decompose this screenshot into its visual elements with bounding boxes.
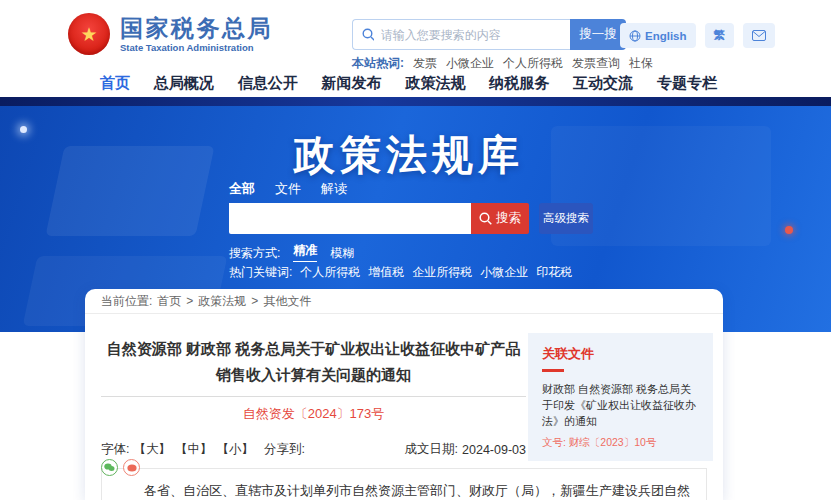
breadcrumb: 当前位置: 首页 > 政策法规 > 其他文件 [85,289,723,314]
publish-date-label: 成文日期: [405,441,458,458]
breadcrumb-current: 其他文件 [263,293,311,310]
nav-item-policy[interactable]: 政策法规 [405,74,465,93]
english-button[interactable]: English [620,23,696,48]
content-card: 当前位置: 首页 > 政策法规 > 其他文件 自然资源部 财政部 税务总局关于矿… [85,289,723,500]
breadcrumb-policy[interactable]: 政策法规 [198,293,246,310]
related-doc-no-label: 文号: [542,436,566,448]
article-body: 各省、自治区、直辖市及计划单列市自然资源主管部门、财政厅（局），新疆生产建设兵团… [101,468,707,500]
site-header: ★ 国家税务总局 State Taxation Administration 搜… [0,0,831,70]
nav-item-special[interactable]: 专题专栏 [657,74,717,93]
keyword-link[interactable]: 个人所得税 [300,264,360,281]
document-number: 自然资发〔2024〕173号 [101,405,526,423]
nav-item-tax-service[interactable]: 纳税服务 [489,74,549,93]
keyword-link[interactable]: 印花税 [536,264,572,281]
header-search-button[interactable]: 搜一搜 [570,19,626,50]
banner-decoration [45,146,214,236]
tab-interpretation[interactable]: 解读 [321,180,347,205]
article-meta-row: 字体: 【大】 【中】 【小】 分享到: 成文日期: 2024-09-03 [101,441,526,458]
mail-button[interactable] [743,23,775,48]
header-utility-buttons: English 繁 [620,23,775,48]
tab-documents[interactable]: 文件 [275,180,301,205]
nav-item-news[interactable]: 新闻发布 [322,74,382,93]
traditional-chinese-button[interactable]: 繁 [705,23,735,48]
font-medium-button[interactable]: 【中】 [175,441,213,458]
related-title-underline [542,369,564,372]
main-nav: 首页 总局概况 信息公开 新闻发布 政策法规 纳税服务 互动交流 专题专栏 [0,70,831,97]
site-title: 国家税务总局 [120,16,273,40]
banner-tabs: 全部 文件 解读 [229,180,347,205]
related-files-title: 关联文件 [542,345,699,363]
share-icons [101,459,140,476]
nav-item-home[interactable]: 首页 [100,74,130,93]
font-size-label: 字体: [101,441,129,458]
banner-search-input[interactable] [229,203,471,234]
banner-light-dot [20,126,27,133]
keyword-link[interactable]: 小微企业 [480,264,528,281]
nav-item-interaction[interactable]: 互动交流 [573,74,633,93]
keyword-link[interactable]: 增值税 [368,264,404,281]
publish-date: 2024-09-03 [462,443,526,457]
banner-search-button[interactable]: 搜索 [471,203,529,234]
globe-icon [629,30,641,42]
hot-keywords-row: 热门关键词: 个人所得税 增值税 企业所得税 小微企业 印花税 [229,264,572,281]
keyword-link[interactable]: 企业所得税 [412,264,472,281]
article-title: 自然资源部 财政部 税务总局关于矿业权出让收益征收中矿产品销售收入计算有关问题的… [101,336,526,388]
national-emblem-icon: ★ [68,13,110,55]
hot-keywords-label: 热门关键词: [229,264,292,281]
header-search: 搜一搜 [352,19,626,50]
article-header: 自然资源部 财政部 税务总局关于矿业权出让收益征收中矿产品销售收入计算有关问题的… [101,336,526,423]
header-search-box[interactable] [352,19,570,50]
breadcrumb-label: 当前位置: [101,293,152,310]
header-search-input[interactable] [381,28,561,42]
share-label: 分享到: [264,441,305,458]
search-icon [362,28,374,41]
mode-precise[interactable]: 精准 [293,242,317,262]
site-subtitle: State Taxation Administration [120,42,273,53]
search-icon [479,212,492,225]
breadcrumb-separator: > [186,294,193,308]
weibo-share-icon[interactable] [123,459,140,476]
search-mode-label: 搜索方式: [229,245,280,262]
related-file-link[interactable]: 财政部 自然资源部 税务总局关于印发《矿业权出让收益征收办法》的通知 [542,381,699,429]
title-divider [101,396,526,397]
related-files-panel: 关联文件 财政部 自然资源部 税务总局关于印发《矿业权出让收益征收办法》的通知 … [528,333,713,461]
article-body-text: 各省、自治区、直辖市及计划单列市自然资源主管部门、财政厅（局），新疆生产建设兵团… [118,480,690,500]
related-doc-no: 财综〔2023〕10号 [569,436,657,448]
mail-icon [752,30,766,41]
search-mode-row: 搜索方式: 精准 模糊 [229,242,354,262]
site-logo[interactable]: ★ 国家税务总局 State Taxation Administration [68,13,273,55]
banner-title: 政策法规库 [294,128,524,183]
nav-item-information[interactable]: 信息公开 [238,74,298,93]
tab-all[interactable]: 全部 [229,180,255,205]
banner-search: 搜索 高级搜索 [229,203,593,234]
breadcrumb-home[interactable]: 首页 [157,293,181,310]
font-small-button[interactable]: 【小】 [216,441,254,458]
advanced-search-button[interactable]: 高级搜索 [539,203,593,234]
breadcrumb-separator: > [251,294,258,308]
nav-divider-strip [0,97,831,106]
mode-fuzzy[interactable]: 模糊 [330,245,354,262]
banner-red-dot [785,226,793,234]
nav-item-overview[interactable]: 总局概况 [154,74,214,93]
font-large-button[interactable]: 【大】 [133,441,171,458]
wechat-share-icon[interactable] [101,459,118,476]
